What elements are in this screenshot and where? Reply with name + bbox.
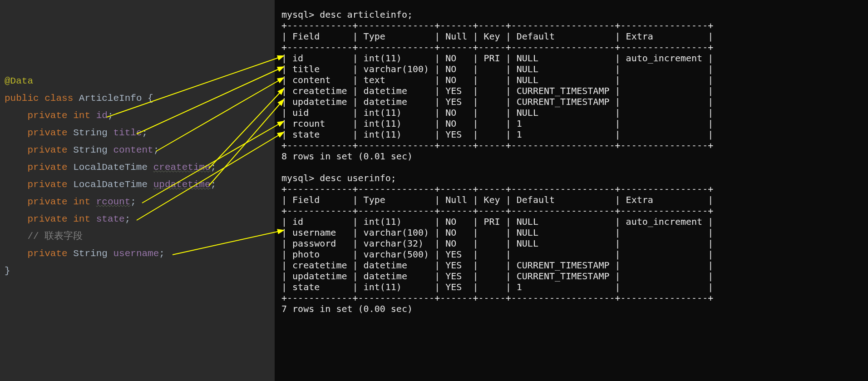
field-updatetime: updatetime [153, 179, 211, 190]
type-localdatetime: LocalDateTime [73, 162, 148, 173]
semicolon: ; [153, 145, 159, 155]
annotation: @Data [5, 76, 33, 86]
keyword-private: private [27, 128, 67, 138]
mysql-terminal[interactable]: mysql> desc articleinfo; +------------+-… [275, 0, 868, 381]
field-state: state [96, 214, 125, 224]
semicolon: ; [125, 214, 131, 224]
table-separator: +------------+--------------+------+----… [281, 183, 713, 194]
type-string: String [73, 248, 108, 259]
table-separator: +------------+--------------+------+----… [281, 20, 713, 31]
semicolon: ; [142, 128, 148, 138]
result-summary: 8 rows in set (0.01 sec) [281, 151, 413, 162]
type-localdatetime: LocalDateTime [73, 179, 148, 190]
open-brace: { [148, 93, 153, 104]
table-separator: +------------+--------------+------+----… [281, 140, 713, 151]
table-row: | id | int(11) | NO | PRI | NULL | auto_… [281, 216, 713, 227]
field-content: content [113, 145, 153, 155]
table-row: | id | int(11) | NO | PRI | NULL | auto_… [281, 53, 713, 64]
code-editor[interactable]: @Data public class ArticleInfo { private… [0, 0, 275, 381]
table-row: | state | int(11) | YES | | 1 | | [281, 129, 713, 140]
keyword-private: private [27, 179, 67, 190]
table-row: | photo | varchar(500) | YES | | | | [281, 249, 713, 260]
keyword-private: private [27, 248, 67, 259]
semicolon: ; [211, 179, 217, 190]
table-row: | password | varchar(32) | NO | | NULL |… [281, 238, 713, 249]
type-int: int [73, 197, 90, 207]
table-row: | title | varchar(100) | NO | | NULL | | [281, 64, 713, 74]
keyword-private: private [27, 145, 67, 155]
table-separator: +------------+--------------+------+----… [281, 292, 713, 303]
type-string: String [73, 128, 108, 138]
comment: // 联表字段 [27, 231, 83, 242]
table-row: | updatetime | datetime | YES | | CURREN… [281, 96, 713, 107]
semicolon: ; [159, 248, 165, 259]
table-header: | Field | Type | Null | Key | Default | … [281, 31, 713, 42]
field-createtime: createtime [153, 162, 211, 173]
field-rcount: rcount [96, 197, 131, 207]
semicolon: ; [108, 110, 113, 121]
field-username: username [113, 248, 159, 259]
keyword-private: private [27, 110, 67, 121]
table-row: | username | varchar(100) | NO | | NULL … [281, 227, 713, 238]
result-summary: 7 rows in set (0.00 sec) [281, 303, 413, 314]
keyword-class: class [44, 93, 73, 104]
table-row: | createtime | datetime | YES | | CURREN… [281, 85, 713, 96]
table-separator: +------------+--------------+------+----… [281, 205, 713, 216]
table-row: | createtime | datetime | YES | | CURREN… [281, 260, 713, 271]
table-row: | content | text | NO | | NULL | | [281, 74, 713, 85]
type-int: int [73, 110, 90, 121]
table-row: | uid | int(11) | NO | | NULL | | [281, 107, 713, 118]
table-row: | updatetime | datetime | YES | | CURREN… [281, 271, 713, 282]
mysql-prompt: mysql> desc articleinfo; [281, 9, 413, 20]
table-header: | Field | Type | Null | Key | Default | … [281, 194, 713, 205]
close-brace: } [5, 266, 10, 276]
keyword-public: public [5, 93, 39, 104]
type-string: String [73, 145, 108, 155]
table-row: | state | int(11) | YES | | 1 | | [281, 282, 713, 292]
keyword-private: private [27, 162, 67, 173]
keyword-private: private [27, 197, 67, 207]
table-separator: +------------+--------------+------+----… [281, 42, 713, 53]
table-row: | rcount | int(11) | NO | | 1 | | [281, 118, 713, 129]
semicolon: ; [130, 197, 136, 207]
field-title: title [113, 128, 142, 138]
mysql-prompt: mysql> desc userinfo; [281, 173, 396, 183]
class-name: ArticleInfo [79, 93, 142, 104]
keyword-private: private [27, 214, 67, 224]
semicolon: ; [211, 162, 217, 173]
field-id: id [96, 110, 108, 121]
type-int: int [73, 214, 90, 224]
